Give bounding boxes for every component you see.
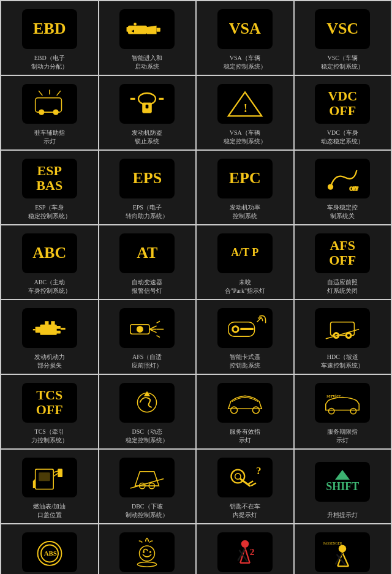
label-hdc: HDC（坡道 车速控制系统） <box>297 353 389 370</box>
svg-rect-24 <box>56 330 61 333</box>
label-service-valid: 服务有效指 示灯 <box>199 428 291 445</box>
label-at: 自动变速器 报警信号灯 <box>102 278 194 295</box>
svg-text:!: ! <box>243 102 247 115</box>
cell-vsc: VSCVSC（车辆 稳定控制系统） <box>295 1 391 75</box>
black-box-vsc: VSC <box>315 9 370 49</box>
main-grid: EBDEBD（电子 制动力分配） ◄ 智能进入和 启动系统VSAVSA（车辆 稳… <box>0 0 392 574</box>
black-box-service-due: service <box>315 383 370 423</box>
black-box-tcs-off: TCS OFF <box>22 383 77 423</box>
cell-dsc: DSC（动态 稳定控制系统） <box>99 375 196 448</box>
label-dsc: DSC（动态 稳定控制系统） <box>102 428 194 445</box>
black-box-fatigue <box>119 532 175 572</box>
black-box-eps: EPS <box>119 159 175 198</box>
svg-line-66 <box>241 479 250 486</box>
label-tcs-off: TCS（牵引 力控制系统） <box>4 428 96 445</box>
svg-marker-49 <box>145 392 149 396</box>
svg-point-46 <box>347 334 350 337</box>
label-afs: AFS（自适 应前照灯） <box>102 353 194 370</box>
icon-box-afs-off: AFS OFF <box>297 230 389 276</box>
icon-box-fuel <box>4 455 96 500</box>
svg-line-33 <box>149 329 157 332</box>
icon-box-afs <box>102 305 194 350</box>
cell-afs-off: AFS OFF自适应前照 灯系统关闭 <box>295 225 391 299</box>
svg-line-67 <box>248 481 253 484</box>
black-box-dbc <box>119 458 175 497</box>
label-eps: EPS（电子 转向助力系统） <box>102 203 194 221</box>
cell-immobilizer: 发动机防盗 锁止系统 <box>99 76 196 149</box>
icon-box-dbc <box>102 455 194 500</box>
svg-text:PASSENGER: PASSENGER <box>323 541 342 545</box>
icon-box-front-seatbelt: PASSENGER <box>297 529 389 574</box>
cell-fuel: 燃油表/加油 口盖位置 <box>1 450 98 523</box>
cell-abc: ABCABC（主动 车身控制系统） <box>1 225 98 299</box>
cell-service-due: service 服务期限指 示灯 <box>295 375 391 448</box>
cell-ebd: EBDEBD（电子 制动力分配） <box>1 1 98 75</box>
label-key-not-in: 钥匙不在车 内提示灯 <box>199 502 291 519</box>
cell-abs: ABS ABS（防抱 死系统） <box>1 524 98 574</box>
icon-box-at: AT <box>102 230 194 276</box>
svg-rect-58 <box>58 469 62 477</box>
black-box-dsc <box>119 383 175 423</box>
svg-text:2: 2 <box>250 546 255 556</box>
cell-esp-bas: ESP BASESP（车身 稳定控制系统） <box>1 151 98 224</box>
cell-front-seatbelt: PASSENGER 前排安全带 提示灯 <box>295 524 391 574</box>
svg-point-3 <box>134 23 137 26</box>
svg-text:◄: ◄ <box>130 28 135 34</box>
svg-point-74 <box>143 551 145 553</box>
black-box-front-seatbelt: PASSENGER <box>315 532 370 572</box>
icon-box-fatigue <box>102 529 194 574</box>
label-epc: 发动机功率 控制系统 <box>199 203 291 221</box>
label-vdc-off: VDC（车身 动态稳定系统） <box>297 129 389 146</box>
label-shift: 升档提示灯 <box>297 511 389 519</box>
svg-line-36 <box>157 335 160 337</box>
svg-point-75 <box>149 551 151 553</box>
cell-smart-entry: ◄ 智能进入和 启动系统 <box>99 1 196 75</box>
svg-rect-25 <box>45 321 48 325</box>
label-afs-off: 自适应前照 灯系统关闭 <box>297 278 389 295</box>
svg-line-31 <box>149 326 157 329</box>
black-box-smart-entry: ◄ <box>119 9 175 49</box>
label-vsa1: VSA（车辆 稳定控制系统） <box>199 54 291 71</box>
icon-box-shift: SHIFT <box>297 455 389 508</box>
icon-box-abc: ABC <box>4 230 96 276</box>
icon-box-atp: A/T P <box>199 230 291 276</box>
label-engine-loss: 发动机动力 部分损失 <box>4 353 96 370</box>
icon-box-tcs-off: TCS OFF <box>4 380 96 425</box>
svg-rect-27 <box>61 328 66 330</box>
black-box-ebd: EBD <box>22 9 77 49</box>
svg-line-59 <box>53 473 58 476</box>
cell-tcs-off: TCS OFFTCS（牵引 力控制系统） <box>1 375 98 448</box>
icon-box-epc: EPC <box>199 156 291 201</box>
icon-text-vdc-off: VDC OFF <box>328 89 357 118</box>
black-box-abc: ABC <box>22 233 77 273</box>
icon-text-at: AT <box>137 244 157 262</box>
black-box-key-not-in: ? <box>217 458 273 497</box>
cell-shift: SHIFT升档提示灯 <box>295 450 391 523</box>
svg-point-85 <box>339 545 346 552</box>
svg-rect-4 <box>127 27 130 32</box>
label-vsc: VSC（车辆 稳定控制系统） <box>297 54 389 71</box>
icon-box-rear-seatbelt: 2 <box>199 529 291 574</box>
icon-box-immobilizer <box>102 81 194 126</box>
label-keyless: 智能卡式遥 控钥匙系统 <box>199 353 291 370</box>
cell-afs: AFS（自适 应前照灯） <box>99 300 196 374</box>
black-box-vdc-off: VDC OFF <box>315 84 370 124</box>
svg-point-65 <box>235 473 240 478</box>
cell-vdc-off: VDC OFFVDC（车身 动态稳定系统） <box>295 76 391 149</box>
cell-at: AT自动变速器 报警信号灯 <box>99 225 196 299</box>
black-box-fuel <box>22 458 77 497</box>
icon-text-tcs-off: TCS OFF <box>36 388 63 417</box>
cell-engine-loss: 发动机动力 部分损失 <box>1 300 98 374</box>
icon-text-afs-off: AFS OFF <box>329 238 356 268</box>
cell-dbc: DBC（下坡 制动控制系统） <box>99 450 196 523</box>
icon-box-vdc-off: VDC OFF <box>297 81 389 126</box>
svg-text:?: ? <box>256 464 262 476</box>
cell-vsa1: VSAVSA（车辆 稳定控制系统） <box>197 1 293 75</box>
black-box-abs: ABS <box>22 532 77 572</box>
svg-point-30 <box>137 326 143 333</box>
svg-text:ABS: ABS <box>43 549 56 557</box>
icon-box-stability-off: OFF <box>297 156 389 201</box>
icon-text-atp: A/T P <box>231 247 258 259</box>
icon-box-vsc: VSC <box>297 6 389 51</box>
black-box-shift: SHIFT <box>315 462 370 502</box>
